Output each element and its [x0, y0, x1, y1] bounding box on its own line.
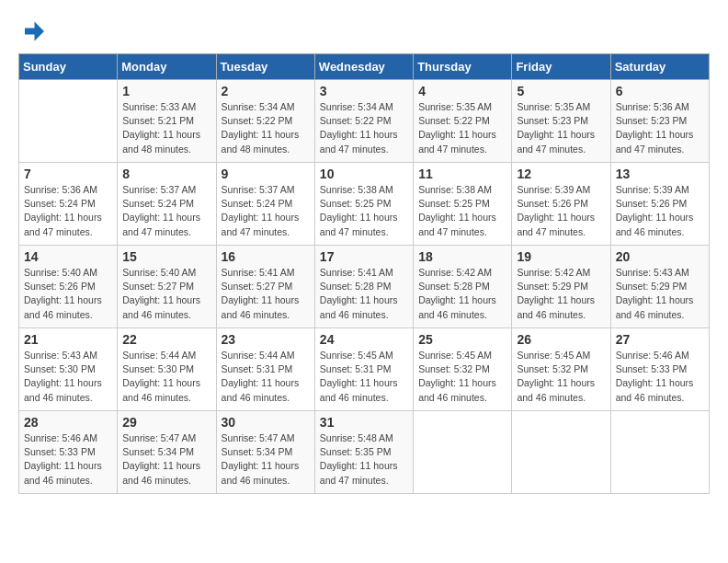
logo-icon [18, 18, 44, 44]
weekday-row: SundayMondayTuesdayWednesdayThursdayFrid… [19, 54, 710, 80]
calendar-cell: 3Sunrise: 5:34 AM Sunset: 5:22 PM Daylig… [314, 80, 413, 163]
day-info: Sunrise: 5:37 AM Sunset: 5:24 PM Dayligh… [122, 183, 210, 239]
day-number: 8 [122, 167, 210, 181]
weekday-header-tuesday: Tuesday [216, 54, 314, 80]
day-info: Sunrise: 5:47 AM Sunset: 5:34 PM Dayligh… [122, 431, 210, 488]
day-info: Sunrise: 5:42 AM Sunset: 5:29 PM Dayligh… [517, 266, 605, 322]
calendar-cell: 24Sunrise: 5:45 AM Sunset: 5:31 PM Dayli… [314, 328, 413, 411]
calendar-cell [19, 80, 118, 163]
day-number: 25 [418, 332, 506, 347]
day-info: Sunrise: 5:38 AM Sunset: 5:25 PM Dayligh… [320, 183, 408, 239]
calendar-cell: 14Sunrise: 5:40 AM Sunset: 5:26 PM Dayli… [19, 246, 118, 328]
day-number: 18 [418, 249, 506, 264]
weekday-header-thursday: Thursday [414, 54, 512, 80]
calendar-cell: 8Sunrise: 5:37 AM Sunset: 5:24 PM Daylig… [118, 163, 216, 246]
calendar-cell: 7Sunrise: 5:36 AM Sunset: 5:24 PM Daylig… [19, 163, 118, 246]
day-number: 11 [418, 167, 506, 181]
svg-marker-0 [25, 22, 44, 41]
day-number: 31 [320, 415, 408, 430]
weekday-header-friday: Friday [512, 54, 610, 80]
calendar-cell: 5Sunrise: 5:35 AM Sunset: 5:23 PM Daylig… [512, 80, 610, 163]
day-info: Sunrise: 5:35 AM Sunset: 5:22 PM Dayligh… [418, 100, 506, 156]
day-number: 19 [517, 249, 605, 264]
day-number: 15 [122, 249, 210, 264]
day-number: 2 [222, 84, 310, 98]
calendar-cell: 2Sunrise: 5:34 AM Sunset: 5:22 PM Daylig… [216, 80, 314, 163]
day-info: Sunrise: 5:34 AM Sunset: 5:22 PM Dayligh… [222, 100, 310, 156]
day-info: Sunrise: 5:48 AM Sunset: 5:35 PM Dayligh… [320, 431, 408, 488]
day-number: 9 [222, 167, 310, 181]
calendar-cell: 13Sunrise: 5:39 AM Sunset: 5:26 PM Dayli… [610, 163, 709, 246]
weekday-header-wednesday: Wednesday [314, 54, 413, 80]
calendar-body: 1Sunrise: 5:33 AM Sunset: 5:21 PM Daylig… [19, 80, 710, 494]
calendar-cell: 26Sunrise: 5:45 AM Sunset: 5:32 PM Dayli… [512, 328, 610, 411]
day-number: 1 [122, 84, 210, 98]
calendar-cell: 25Sunrise: 5:45 AM Sunset: 5:32 PM Dayli… [414, 328, 512, 411]
day-info: Sunrise: 5:42 AM Sunset: 5:28 PM Dayligh… [418, 266, 506, 322]
calendar-cell: 21Sunrise: 5:43 AM Sunset: 5:30 PM Dayli… [19, 328, 118, 411]
day-info: Sunrise: 5:38 AM Sunset: 5:25 PM Dayligh… [418, 183, 506, 239]
calendar-cell: 1Sunrise: 5:33 AM Sunset: 5:21 PM Daylig… [118, 80, 216, 163]
calendar-cell: 10Sunrise: 5:38 AM Sunset: 5:25 PM Dayli… [314, 163, 413, 246]
logo [18, 18, 48, 44]
calendar-cell: 9Sunrise: 5:37 AM Sunset: 5:24 PM Daylig… [216, 163, 314, 246]
calendar-cell: 23Sunrise: 5:44 AM Sunset: 5:31 PM Dayli… [216, 328, 314, 411]
day-info: Sunrise: 5:34 AM Sunset: 5:22 PM Dayligh… [320, 100, 408, 156]
calendar-cell: 6Sunrise: 5:36 AM Sunset: 5:23 PM Daylig… [610, 80, 709, 163]
day-info: Sunrise: 5:41 AM Sunset: 5:27 PM Dayligh… [222, 266, 310, 322]
day-info: Sunrise: 5:46 AM Sunset: 5:33 PM Dayligh… [616, 349, 704, 405]
day-number: 10 [320, 167, 408, 181]
day-info: Sunrise: 5:44 AM Sunset: 5:30 PM Dayligh… [122, 349, 210, 405]
day-number: 20 [616, 249, 704, 264]
weekday-header-saturday: Saturday [610, 54, 709, 80]
day-info: Sunrise: 5:45 AM Sunset: 5:32 PM Dayligh… [517, 349, 605, 405]
day-info: Sunrise: 5:40 AM Sunset: 5:26 PM Dayligh… [24, 266, 112, 322]
day-info: Sunrise: 5:46 AM Sunset: 5:33 PM Dayligh… [24, 431, 112, 488]
day-info: Sunrise: 5:35 AM Sunset: 5:23 PM Dayligh… [517, 100, 605, 156]
day-info: Sunrise: 5:41 AM Sunset: 5:28 PM Dayligh… [320, 266, 408, 322]
day-info: Sunrise: 5:36 AM Sunset: 5:23 PM Dayligh… [616, 100, 704, 156]
day-number: 22 [122, 332, 210, 347]
calendar-cell: 17Sunrise: 5:41 AM Sunset: 5:28 PM Dayli… [314, 246, 413, 328]
calendar-cell: 4Sunrise: 5:35 AM Sunset: 5:22 PM Daylig… [414, 80, 512, 163]
calendar-week-row: 14Sunrise: 5:40 AM Sunset: 5:26 PM Dayli… [19, 246, 710, 328]
day-number: 17 [320, 249, 408, 264]
calendar-cell: 27Sunrise: 5:46 AM Sunset: 5:33 PM Dayli… [610, 328, 709, 411]
day-info: Sunrise: 5:37 AM Sunset: 5:24 PM Dayligh… [222, 183, 310, 239]
calendar-cell [610, 411, 709, 494]
day-info: Sunrise: 5:40 AM Sunset: 5:27 PM Dayligh… [122, 266, 210, 322]
day-info: Sunrise: 5:33 AM Sunset: 5:21 PM Dayligh… [122, 100, 210, 156]
day-number: 27 [616, 332, 704, 347]
calendar-cell: 29Sunrise: 5:47 AM Sunset: 5:34 PM Dayli… [118, 411, 216, 494]
day-number: 24 [320, 332, 408, 347]
calendar-cell: 15Sunrise: 5:40 AM Sunset: 5:27 PM Dayli… [118, 246, 216, 328]
weekday-header-sunday: Sunday [19, 54, 118, 80]
calendar-week-row: 21Sunrise: 5:43 AM Sunset: 5:30 PM Dayli… [19, 328, 710, 411]
calendar-cell [512, 411, 610, 494]
day-number: 21 [24, 332, 112, 347]
calendar-week-row: 7Sunrise: 5:36 AM Sunset: 5:24 PM Daylig… [19, 163, 710, 246]
day-number: 5 [517, 84, 605, 98]
calendar-cell: 18Sunrise: 5:42 AM Sunset: 5:28 PM Dayli… [414, 246, 512, 328]
calendar-cell: 11Sunrise: 5:38 AM Sunset: 5:25 PM Dayli… [414, 163, 512, 246]
day-info: Sunrise: 5:39 AM Sunset: 5:26 PM Dayligh… [616, 183, 704, 239]
calendar-cell: 31Sunrise: 5:48 AM Sunset: 5:35 PM Dayli… [314, 411, 413, 494]
day-info: Sunrise: 5:47 AM Sunset: 5:34 PM Dayligh… [222, 431, 310, 488]
calendar-cell: 19Sunrise: 5:42 AM Sunset: 5:29 PM Dayli… [512, 246, 610, 328]
weekday-header-monday: Monday [118, 54, 216, 80]
day-number: 3 [320, 84, 408, 98]
day-info: Sunrise: 5:39 AM Sunset: 5:26 PM Dayligh… [517, 183, 605, 239]
calendar-week-row: 1Sunrise: 5:33 AM Sunset: 5:21 PM Daylig… [19, 80, 710, 163]
calendar-cell: 16Sunrise: 5:41 AM Sunset: 5:27 PM Dayli… [216, 246, 314, 328]
calendar-week-row: 28Sunrise: 5:46 AM Sunset: 5:33 PM Dayli… [19, 411, 710, 494]
day-info: Sunrise: 5:43 AM Sunset: 5:30 PM Dayligh… [24, 349, 112, 405]
day-number: 7 [24, 167, 112, 181]
day-number: 13 [616, 167, 704, 181]
calendar-cell: 20Sunrise: 5:43 AM Sunset: 5:29 PM Dayli… [610, 246, 709, 328]
day-number: 29 [122, 415, 210, 430]
calendar-cell: 22Sunrise: 5:44 AM Sunset: 5:30 PM Dayli… [118, 328, 216, 411]
day-number: 28 [24, 415, 112, 430]
day-info: Sunrise: 5:43 AM Sunset: 5:29 PM Dayligh… [616, 266, 704, 322]
day-number: 16 [222, 249, 310, 264]
day-info: Sunrise: 5:36 AM Sunset: 5:24 PM Dayligh… [24, 183, 112, 239]
